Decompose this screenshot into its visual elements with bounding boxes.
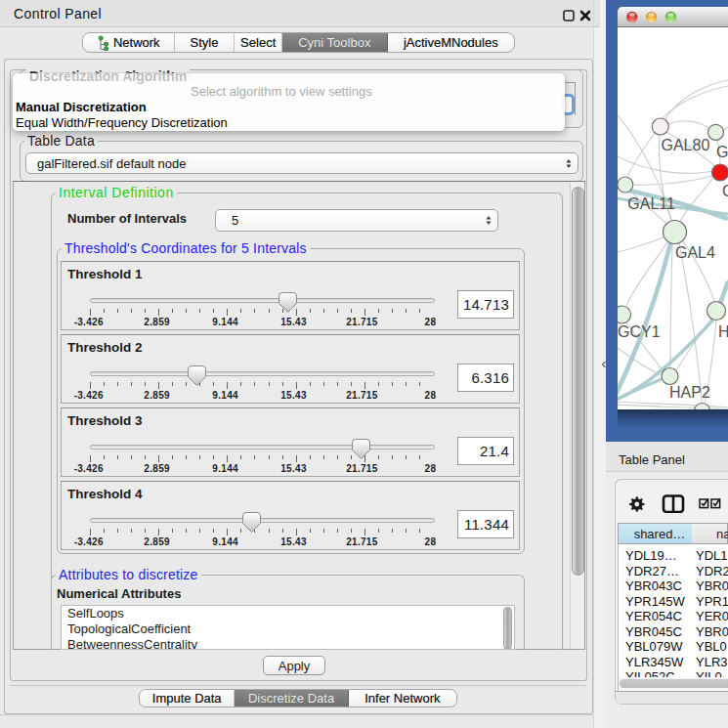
svg-text:GAL11: GAL11 bbox=[627, 195, 675, 212]
svg-text:GCY1: GCY1 bbox=[618, 323, 661, 340]
svg-text:H: H bbox=[718, 323, 728, 340]
svg-text:C: C bbox=[722, 183, 728, 199]
svg-text:GA: GA bbox=[716, 144, 728, 160]
svg-text:GAL80: GAL80 bbox=[662, 137, 710, 153]
svg-text:HAP2: HAP2 bbox=[669, 384, 710, 401]
svg-text:GAL4: GAL4 bbox=[675, 244, 715, 261]
